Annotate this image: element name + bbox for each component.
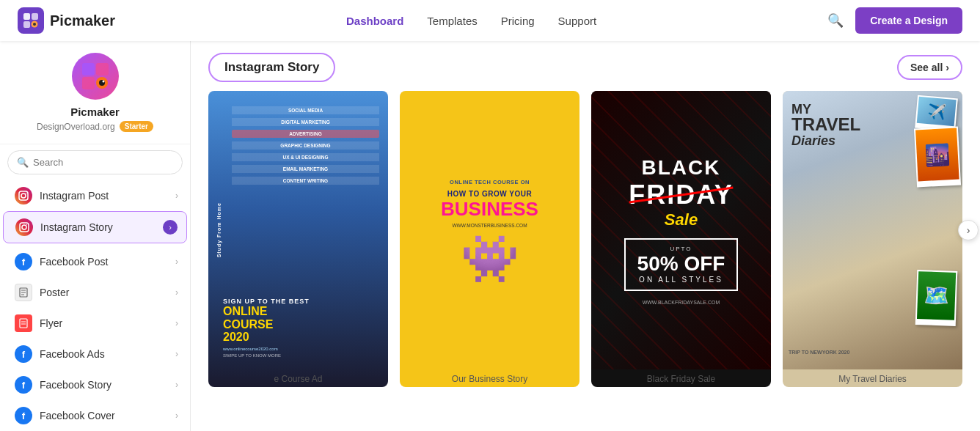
- card-1-tags: SOCIAL MEDIA DIGITAL MARKETING ADVERTISI…: [232, 106, 379, 185]
- chevron-right-icon: ›: [175, 191, 178, 201]
- chevron-right-icon: ›: [946, 62, 949, 73]
- sidebar-item-instagram-story[interactable]: Instagram Story ›: [3, 211, 187, 243]
- svg-point-10: [102, 81, 104, 83]
- search-icon[interactable]: 🔍: [827, 12, 844, 29]
- section-header: Instagram Story See all ›: [191, 41, 980, 91]
- svg-point-12: [21, 194, 26, 198]
- sidebar-item-instagram-post[interactable]: Instagram Post ›: [3, 180, 187, 211]
- card-4-content: ✈️ 🌆 🗺️ MY TRAVEL Diaries: [783, 91, 962, 369]
- instagram-icon: [15, 187, 32, 205]
- svg-rect-21: [20, 319, 27, 328]
- create-design-button[interactable]: Create a Design: [855, 7, 962, 34]
- search-icon: 🔍: [17, 157, 29, 168]
- sidebar-profile: Picmaker DesignOverload.org Starter: [0, 53, 190, 144]
- chevron-right-icon: ›: [175, 380, 178, 390]
- svg-rect-2: [23, 21, 30, 28]
- chevron-right-icon: ›: [175, 410, 178, 421]
- svg-rect-14: [20, 223, 29, 232]
- sidebar-item-label: Instagram Post: [40, 190, 175, 202]
- svg-rect-6: [96, 63, 109, 75]
- next-arrow-button[interactable]: ›: [958, 220, 979, 240]
- see-all-label: See all: [910, 62, 943, 73]
- nav-support[interactable]: Support: [558, 15, 597, 27]
- see-all-button[interactable]: See all ›: [897, 55, 962, 80]
- facebook-icon: f: [15, 407, 32, 424]
- app-name: Picmaker: [50, 12, 115, 29]
- card-1-content: Study From Home SOCIAL MEDIA DIGITAL MAR…: [208, 91, 388, 369]
- card-3-content: BLACK FRIDAY Sale UPTO 50% OFF ON ALL ST…: [591, 91, 771, 369]
- cards-container: Study From Home SOCIAL MEDIA DIGITAL MAR…: [191, 91, 980, 399]
- card-2-content: ONLINE TECH COURSE ON HOW TO GROW YOUR B…: [400, 91, 579, 369]
- svg-rect-7: [82, 77, 95, 89]
- sidebar-user-name: Picmaker: [70, 106, 120, 118]
- card-3-label: Black Friday Sale: [591, 369, 771, 384]
- chevron-right-icon: ›: [175, 349, 178, 359]
- card-1-label: e Course Ad: [208, 369, 388, 384]
- poster-icon: [15, 284, 32, 301]
- svg-point-13: [26, 193, 26, 194]
- sidebar-item-poster[interactable]: Poster ›: [3, 277, 187, 308]
- template-card-2[interactable]: ONLINE TECH COURSE ON HOW TO GROW YOUR B…: [400, 91, 579, 387]
- facebook-icon: f: [15, 253, 32, 270]
- topnav-right: 🔍 Create a Design: [827, 7, 962, 34]
- main-layout: Picmaker DesignOverload.org Starter 🔍 In…: [0, 41, 980, 431]
- logo[interactable]: Picmaker: [18, 7, 115, 34]
- content-area: Instagram Story See all › Study From Hom…: [191, 41, 980, 431]
- facebook-icon: f: [15, 376, 32, 394]
- sidebar-badge: Starter: [120, 121, 153, 132]
- card-2-label: Our Business Story: [400, 369, 579, 384]
- sidebar-item-facebook-post[interactable]: f Facebook Post ›: [3, 246, 187, 277]
- sidebar-item-facebook-cover[interactable]: f Facebook Cover ›: [3, 400, 187, 431]
- facebook-icon: f: [15, 345, 32, 363]
- sidebar-item-label: Flyer: [40, 317, 175, 329]
- sidebar-item-label: Facebook Ads: [40, 348, 175, 360]
- discount-box: UPTO 50% OFF ON ALL STYLES: [624, 238, 739, 291]
- flyer-icon: [15, 314, 32, 332]
- nav-dashboard[interactable]: Dashboard: [346, 15, 403, 27]
- card-4-label: My Travel Diaries: [783, 369, 962, 384]
- sidebar-org-name: DesignOverload.org: [37, 122, 115, 132]
- logo-icon: [18, 7, 44, 34]
- svg-point-16: [26, 224, 27, 225]
- chevron-right-icon: ›: [163, 220, 178, 235]
- chevron-right-icon: ›: [175, 287, 178, 298]
- svg-point-4: [33, 23, 36, 26]
- template-card-3[interactable]: BLACK FRIDAY Sale UPTO 50% OFF ON ALL ST…: [591, 91, 771, 387]
- nav-templates[interactable]: Templates: [427, 15, 477, 27]
- monster-illustration: 👾: [461, 235, 519, 282]
- sidebar-search-container[interactable]: 🔍: [7, 150, 183, 174]
- chevron-right-icon: ›: [175, 318, 178, 328]
- svg-rect-1: [32, 13, 38, 20]
- sidebar-item-label: Facebook Post: [40, 256, 175, 268]
- sidebar-item-facebook-story[interactable]: f Facebook Story ›: [3, 369, 187, 400]
- template-card-1[interactable]: Study From Home SOCIAL MEDIA DIGITAL MAR…: [208, 91, 388, 387]
- sidebar-item-facebook-ads[interactable]: f Facebook Ads ›: [3, 339, 187, 369]
- sidebar-org: DesignOverload.org Starter: [37, 121, 153, 132]
- sidebar: Picmaker DesignOverload.org Starter 🔍 In…: [0, 41, 191, 431]
- sidebar-item-label: Facebook Story: [40, 379, 175, 391]
- template-card-4[interactable]: ✈️ 🌆 🗺️ MY TRAVEL Diaries: [783, 91, 962, 387]
- sidebar-item-flyer[interactable]: Flyer ›: [3, 308, 187, 339]
- search-input[interactable]: [33, 157, 173, 168]
- sidebar-item-label: Facebook Cover: [40, 410, 175, 421]
- svg-rect-5: [82, 63, 95, 75]
- svg-point-15: [22, 225, 26, 229]
- nav-pricing[interactable]: Pricing: [501, 15, 535, 27]
- nav-links: Dashboard Templates Pricing Support: [346, 15, 596, 27]
- instagram-icon: [15, 218, 33, 236]
- top-navigation: Picmaker Dashboard Templates Pricing Sup…: [0, 0, 980, 41]
- svg-rect-11: [19, 191, 28, 200]
- section-title-button[interactable]: Instagram Story: [208, 53, 335, 82]
- sidebar-item-label: Poster: [40, 287, 175, 298]
- sidebar-item-label: Instagram Story: [40, 221, 163, 233]
- chevron-right-icon: ›: [175, 257, 178, 267]
- card-1-bottom: SIGN UP TO THE BEST ONLINECOURSE2020 www…: [223, 298, 382, 358]
- avatar: [72, 53, 119, 100]
- svg-rect-0: [23, 13, 30, 20]
